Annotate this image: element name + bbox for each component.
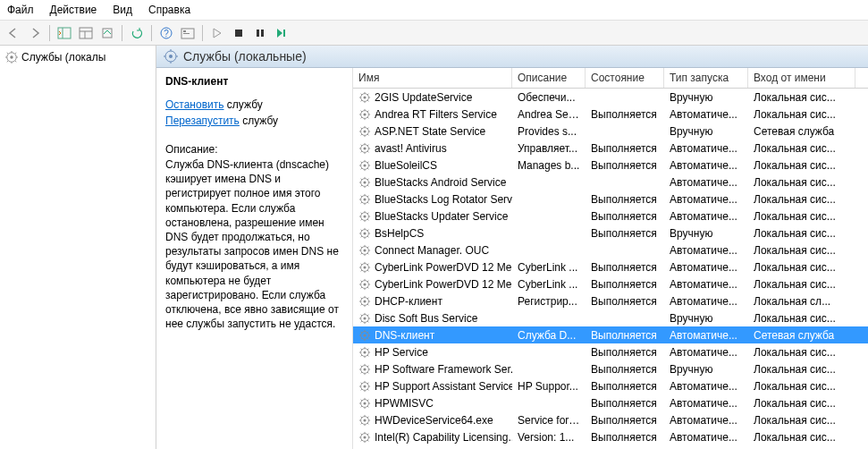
table-row[interactable]: BlueStacks Android ServiceАвтоматиче...Л… xyxy=(353,174,868,191)
service-state: Выполняется xyxy=(586,379,664,394)
service-state: Выполняется xyxy=(586,226,664,241)
svg-rect-2 xyxy=(80,28,92,38)
service-desc: Управляет... xyxy=(512,141,586,156)
table-row[interactable]: Connect Manager. OUCАвтоматиче...Локальн… xyxy=(353,241,868,258)
service-desc xyxy=(512,216,586,217)
table-row[interactable]: ASP.NET State ServiceProvides s...Вручну… xyxy=(353,123,868,140)
service-start: Автоматиче... xyxy=(664,413,748,428)
svg-point-36 xyxy=(363,232,366,234)
service-start: Автоматиче... xyxy=(664,141,748,156)
svg-point-54 xyxy=(363,385,366,387)
table-row[interactable]: DHCP-клиентРегистрир...ВыполняетсяАвтома… xyxy=(353,292,868,309)
table-row[interactable]: HPWMISVCВыполняетсяАвтоматиче...Локальна… xyxy=(353,394,868,411)
table-row[interactable]: 2GIS UpdateServiceОбеспечи...ВручнуюЛока… xyxy=(353,89,868,106)
properties-button[interactable] xyxy=(178,23,198,43)
table-row[interactable]: BsHelpCSВыполняетсяВручнуюЛокальная сис.… xyxy=(353,224,868,241)
table-row[interactable]: avast! AntivirusУправляет...ВыполняетсяА… xyxy=(353,140,868,157)
table-row[interactable]: HP ServiceВыполняетсяАвтоматиче...Локаль… xyxy=(353,343,868,360)
menu-action[interactable]: Действие xyxy=(50,4,97,16)
table-row[interactable]: Disc Soft Bus ServiceВручнуюЛокальная си… xyxy=(353,309,868,326)
detail-title: DNS-клиент xyxy=(165,75,343,88)
help-button[interactable]: ? xyxy=(156,23,176,43)
menu-help[interactable]: Справка xyxy=(148,4,190,16)
service-logon: Локальная сис... xyxy=(748,345,855,360)
svg-rect-13 xyxy=(261,30,264,37)
stop-service-button[interactable] xyxy=(229,23,249,43)
restart-link[interactable]: Перезапустить xyxy=(165,114,240,127)
service-state: Выполняется xyxy=(586,209,664,224)
menu-file[interactable]: Файл xyxy=(7,4,34,16)
service-desc xyxy=(512,318,586,319)
service-start: Автоматиче... xyxy=(664,107,748,122)
col-state[interactable]: Состояние xyxy=(586,68,664,88)
service-start: Автоматиче... xyxy=(664,345,748,360)
service-start: Автоматиче... xyxy=(664,379,748,394)
service-logon: Локальная сис... xyxy=(748,311,855,326)
pause-service-button[interactable] xyxy=(250,23,270,43)
service-logon: Локальная сис... xyxy=(748,430,855,445)
col-startup[interactable]: Тип запуска xyxy=(664,68,748,88)
service-name: HP Support Assistant Service xyxy=(375,380,512,393)
forward-button[interactable] xyxy=(25,23,45,43)
service-desc: Version: 1... xyxy=(512,430,586,445)
gear-icon xyxy=(358,91,371,104)
table-row[interactable]: BlueStacks Updater ServiceВыполняетсяАвт… xyxy=(353,208,868,224)
gear-icon xyxy=(358,380,371,393)
tree-root-services[interactable]: Службы (локалы xyxy=(5,49,150,65)
gear-icon xyxy=(358,295,371,308)
service-desc xyxy=(512,250,586,251)
restart-service-button[interactable] xyxy=(272,23,291,43)
table-row[interactable]: CyberLink PowerDVD 12 Me...CyberLink ...… xyxy=(353,275,868,292)
service-desc: HP Suppor... xyxy=(512,379,586,394)
list-body[interactable]: 2GIS UpdateServiceОбеспечи...ВручнуюЛока… xyxy=(353,89,868,449)
service-desc: Service for ... xyxy=(512,413,586,428)
menu-view[interactable]: Вид xyxy=(113,4,132,16)
table-row[interactable]: BlueStacks Log Rotator Serv...Выполняетс… xyxy=(353,191,868,208)
service-logon: Локальная сис... xyxy=(748,192,855,207)
service-name: BlueStacks Updater Service xyxy=(375,210,508,223)
col-description[interactable]: Описание xyxy=(512,68,586,88)
service-logon: Локальная сис... xyxy=(748,379,855,394)
start-service-button[interactable] xyxy=(207,23,227,43)
gear-icon xyxy=(358,431,371,444)
back-button[interactable] xyxy=(4,23,23,43)
tree-pane: Службы (локалы xyxy=(0,46,156,449)
table-row[interactable]: Intel(R) Capability Licensing...Version:… xyxy=(353,428,868,445)
svg-point-18 xyxy=(169,55,173,58)
service-name: CyberLink PowerDVD 12 Me... xyxy=(375,278,512,291)
svg-point-42 xyxy=(363,283,366,285)
gear-icon xyxy=(358,193,371,206)
service-name: Connect Manager. OUC xyxy=(375,244,489,257)
export-button[interactable] xyxy=(97,23,117,43)
service-desc: Provides s... xyxy=(512,124,586,139)
gear-icon xyxy=(358,278,371,291)
service-start: Автоматиче... xyxy=(664,243,748,258)
service-desc xyxy=(512,182,586,183)
svg-rect-14 xyxy=(283,30,285,37)
col-name[interactable]: Имя xyxy=(353,68,512,88)
show-hide-button[interactable] xyxy=(55,23,74,43)
table-row[interactable]: HP Software Framework Ser...ВыполняетсяВ… xyxy=(353,360,868,377)
refresh-button[interactable] xyxy=(127,23,147,43)
details-button[interactable] xyxy=(76,23,96,43)
separator xyxy=(151,25,152,41)
svg-point-38 xyxy=(363,249,366,251)
service-state: Выполняется xyxy=(586,260,664,275)
service-logon: Локальная сис... xyxy=(748,243,855,258)
table-row[interactable]: HWDeviceService64.exeService for ...Выпо… xyxy=(353,411,868,428)
service-name: Disc Soft Bus Service xyxy=(375,312,477,325)
restart-suffix: службу xyxy=(240,114,278,127)
service-state: Выполняется xyxy=(586,328,664,343)
table-row[interactable]: Andrea RT Filters ServiceAndrea Ser...Вы… xyxy=(353,106,868,123)
svg-point-30 xyxy=(363,181,366,183)
main-pane: Службы (локальные) DNS-клиент Остановить… xyxy=(156,46,868,449)
table-row[interactable]: CyberLink PowerDVD 12 Me...CyberLink ...… xyxy=(353,258,868,275)
service-logon: Локальная сис... xyxy=(748,396,855,411)
table-row[interactable]: HP Support Assistant ServiceHP Suppor...… xyxy=(353,377,868,394)
svg-rect-10 xyxy=(183,33,190,34)
stop-link[interactable]: Остановить xyxy=(165,98,224,111)
col-logon[interactable]: Вход от имени xyxy=(748,68,855,88)
table-row[interactable]: BlueSoleilCSManages b...ВыполняетсяАвтом… xyxy=(353,157,868,174)
main-header-title: Службы (локальные) xyxy=(183,49,307,64)
table-row[interactable]: DNS-клиентСлужба D...ВыполняетсяАвтомати… xyxy=(353,326,868,343)
